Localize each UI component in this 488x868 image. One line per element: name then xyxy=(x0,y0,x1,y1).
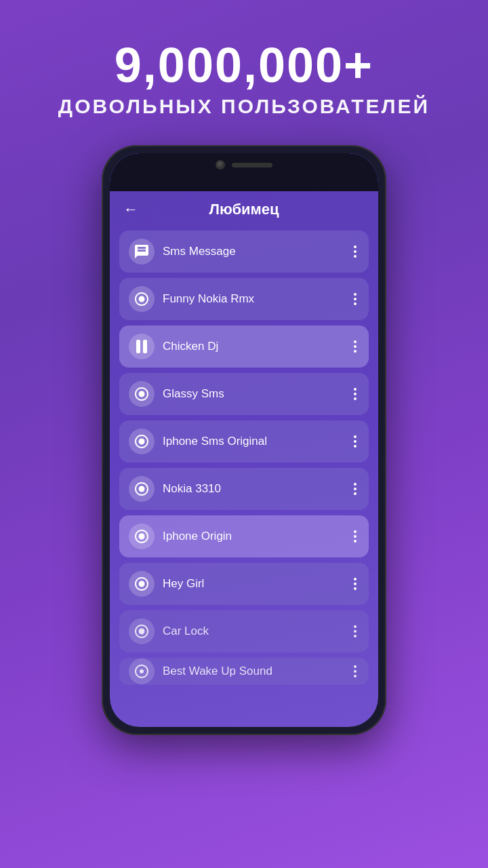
item-label: Nokia 3310 xyxy=(163,482,343,496)
list-item-wake-up[interactable]: Best Wake Up Sound xyxy=(119,658,369,685)
item-menu[interactable] xyxy=(351,663,359,680)
item-icon xyxy=(129,571,155,597)
item-label: Iphone Sms Original xyxy=(163,435,343,448)
back-button[interactable]: ← xyxy=(123,201,138,218)
list-item[interactable]: Glassy Sms xyxy=(119,373,369,415)
phone-screen: ← Любимец Sms Message Funny Nokia Rmx xyxy=(110,153,378,727)
item-icon xyxy=(129,476,155,502)
list-item-car-lock[interactable]: Car Lock xyxy=(119,610,369,652)
item-label: Sms Message xyxy=(163,245,343,258)
list-item-iphone-origin[interactable]: Iphone Origin xyxy=(119,515,369,557)
app-title: Любимец xyxy=(209,201,279,218)
list-item[interactable]: Nokia 3310 xyxy=(119,468,369,510)
item-menu[interactable] xyxy=(351,575,359,593)
item-label: Funny Nokia Rmx xyxy=(163,292,343,306)
list-item[interactable]: Sms Message xyxy=(119,231,369,273)
list-item[interactable]: Funny Nokia Rmx xyxy=(119,278,369,320)
item-label: Glassy Sms xyxy=(163,387,343,401)
item-icon xyxy=(129,658,155,684)
speaker xyxy=(232,163,272,167)
item-icon xyxy=(129,618,155,644)
notch-bar xyxy=(110,153,378,191)
item-icon xyxy=(129,381,155,407)
item-label: Iphone Origin xyxy=(163,530,343,543)
list-item-playing[interactable]: Chicken Dj xyxy=(119,326,369,368)
item-icon xyxy=(129,524,155,549)
notch xyxy=(190,153,298,176)
item-icon xyxy=(129,429,155,454)
item-icon xyxy=(129,239,155,264)
item-menu[interactable] xyxy=(351,480,359,498)
ringtone-list: Sms Message Funny Nokia Rmx xyxy=(110,226,378,727)
item-label: Chicken Dj xyxy=(163,340,343,353)
item-menu[interactable] xyxy=(351,338,359,355)
hero-section: 9,000,000+ ДОВОЛЬНЫХ ПОЛЬЗОВАТЕЛЕЙ xyxy=(31,0,457,138)
item-menu[interactable] xyxy=(351,385,359,403)
hero-subtitle: ДОВОЛЬНЫХ ПОЛЬЗОВАТЕЛЕЙ xyxy=(58,95,430,118)
item-menu[interactable] xyxy=(351,290,359,308)
hero-number: 9,000,000+ xyxy=(58,41,430,90)
svg-point-7 xyxy=(140,669,144,673)
item-label: Hey Girl xyxy=(163,577,343,591)
item-menu[interactable] xyxy=(351,623,359,640)
app-header: ← Любимец xyxy=(110,191,378,226)
item-label: Car Lock xyxy=(163,625,343,638)
item-icon-pause xyxy=(129,334,155,359)
camera xyxy=(216,160,225,170)
item-menu[interactable] xyxy=(351,433,359,450)
item-label: Best Wake Up Sound xyxy=(163,665,343,678)
item-icon xyxy=(129,286,155,312)
list-item[interactable]: Iphone Sms Original xyxy=(119,420,369,462)
item-menu[interactable] xyxy=(351,243,359,260)
list-item[interactable]: Hey Girl xyxy=(119,563,369,605)
phone-wrapper: ← Любимец Sms Message Funny Nokia Rmx xyxy=(102,145,386,735)
item-menu[interactable] xyxy=(351,528,359,545)
